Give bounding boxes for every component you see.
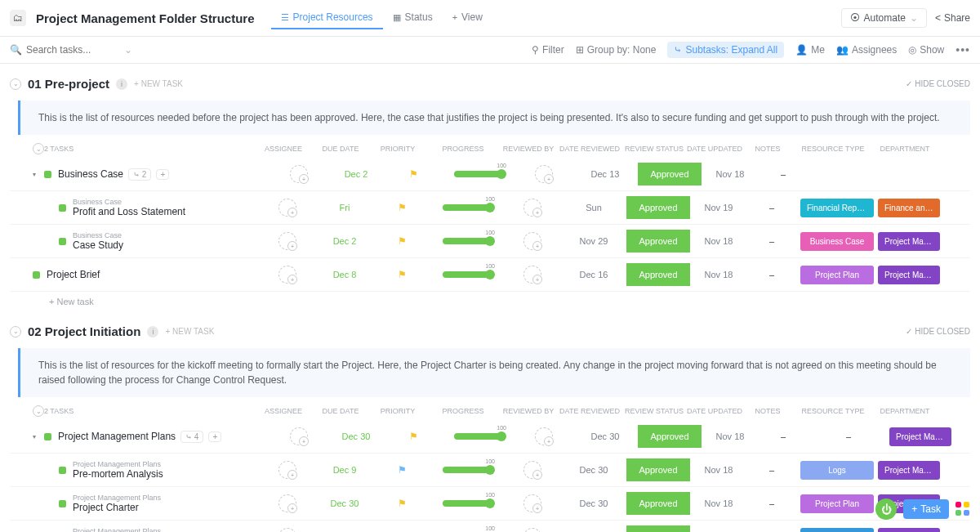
date-updated-cell[interactable]: Nov 19 (690, 203, 747, 212)
date-reviewed-cell[interactable]: Dec 16 (561, 270, 626, 279)
assignee-cell[interactable] (259, 461, 316, 479)
avatar-placeholder[interactable] (278, 232, 296, 250)
status-square[interactable] (59, 467, 66, 474)
date-updated-cell[interactable]: Nov 18 (690, 270, 747, 279)
avatar-placeholder[interactable] (278, 266, 296, 284)
review-status-cell[interactable]: Approved (626, 196, 690, 219)
progress-cell[interactable] (430, 271, 504, 278)
avatar-placeholder[interactable] (535, 427, 553, 445)
new-task-link[interactable]: + NEW TASK (165, 327, 214, 336)
department-cell[interactable]: Project Managem (889, 427, 951, 446)
hide-closed-button[interactable]: ✓ HIDE CLOSED (906, 79, 970, 88)
date-updated-cell[interactable]: Nov 18 (690, 498, 747, 508)
avatar-placeholder[interactable] (278, 199, 296, 217)
reviewed-by-cell[interactable] (515, 165, 572, 183)
notes-cell[interactable]: – (747, 465, 796, 475)
department-cell[interactable]: Project Managem (878, 266, 940, 284)
review-status-cell[interactable]: Approved (638, 425, 702, 448)
avatar-placeholder[interactable] (523, 266, 541, 284)
priority-cell[interactable]: ⚑ (385, 168, 442, 180)
search-input[interactable] (26, 42, 108, 58)
tab-add-view[interactable]: + View (443, 7, 492, 29)
avatar-placeholder[interactable] (278, 494, 296, 512)
status-square[interactable] (59, 500, 66, 507)
notes-cell[interactable]: – (747, 236, 796, 246)
fab-help-button[interactable]: ⏻ (875, 498, 897, 520)
task-name-cell[interactable]: Business Case Case Study (73, 231, 259, 251)
task-name-cell[interactable]: Business Case ⤷ 2+ (58, 168, 270, 181)
expander-icon[interactable]: ▾ (33, 433, 41, 440)
status-square[interactable] (59, 238, 66, 245)
info-icon[interactable]: i (116, 78, 127, 90)
due-date-cell[interactable]: Dec 30 (316, 498, 373, 508)
new-task-row[interactable]: + New task (10, 292, 970, 311)
avatar-placeholder[interactable] (535, 165, 553, 183)
hide-closed-button[interactable]: ✓ HIDE CLOSED (906, 327, 970, 336)
date-updated-cell[interactable]: Nov 18 (690, 465, 747, 475)
notes-cell[interactable]: – (759, 431, 808, 441)
task-row[interactable]: Business Case Case Study Dec 2 ⚑ Nov 29 … (10, 225, 970, 258)
notes-cell[interactable]: – (759, 169, 808, 179)
priority-cell[interactable]: ⚑ (373, 498, 430, 509)
task-row[interactable]: Project Management Plans Project Charter… (10, 487, 970, 521)
search-box[interactable]: 🔍 ⌄ (10, 42, 132, 58)
avatar-placeholder[interactable] (523, 232, 541, 250)
assignee-cell[interactable] (270, 427, 327, 445)
resource-type-cell[interactable]: Business Case (796, 232, 878, 251)
avatar-placeholder[interactable] (523, 199, 541, 217)
priority-cell[interactable]: ⚑ (385, 431, 442, 442)
share-button[interactable]: < Share (935, 12, 970, 24)
progress-cell[interactable] (430, 204, 504, 211)
fab-new-task-button[interactable]: + Task (903, 499, 949, 519)
status-square[interactable] (44, 171, 51, 178)
group-by-button[interactable]: ⊞ Group by: None (576, 44, 657, 56)
date-reviewed-cell[interactable]: Nov 29 (561, 236, 626, 246)
fab-apps-button[interactable] (956, 502, 970, 516)
filter-button[interactable]: ⚲ Filter (532, 44, 564, 56)
task-name-cell[interactable]: Project Management Plans Organization (73, 527, 259, 532)
assignee-cell[interactable] (259, 266, 316, 284)
add-subtask-button[interactable]: + (156, 169, 169, 180)
review-status-cell[interactable]: Approved (626, 263, 690, 286)
task-name-cell[interactable]: Project Brief (47, 269, 259, 280)
department-cell[interactable]: Project Managem (878, 232, 940, 251)
date-reviewed-cell[interactable]: Dec 30 (572, 431, 638, 441)
subtask-count[interactable]: ⤷ 4 (180, 431, 203, 443)
reviewed-by-cell[interactable] (504, 528, 561, 532)
task-name-cell[interactable]: Project Management Plans ⤷ 4+ (58, 431, 270, 443)
info-icon[interactable]: i (147, 326, 158, 338)
assignee-cell[interactable] (259, 528, 316, 532)
avatar-placeholder[interactable] (523, 461, 541, 479)
due-date-cell[interactable]: Dec 30 (327, 431, 385, 441)
caret-icon[interactable]: ⌄ (33, 405, 44, 417)
expander-icon[interactable]: ▾ (33, 171, 41, 178)
assignee-cell[interactable] (259, 232, 316, 250)
task-row[interactable]: Project Brief Dec 8 ⚑ Dec 16 Approved No… (10, 258, 970, 292)
tab-status[interactable]: ▦ Status (383, 7, 443, 29)
notes-cell[interactable]: – (747, 203, 796, 212)
priority-cell[interactable]: ⚑ (373, 235, 430, 247)
reviewed-by-cell[interactable] (504, 494, 561, 512)
assignee-cell[interactable] (259, 494, 316, 512)
progress-cell[interactable] (442, 433, 515, 440)
status-square[interactable] (44, 433, 51, 440)
avatar-placeholder[interactable] (523, 528, 541, 532)
progress-cell[interactable] (430, 467, 504, 473)
status-square[interactable] (59, 204, 66, 212)
due-date-cell[interactable]: Dec 2 (316, 236, 373, 246)
resource-type-cell[interactable]: Logs (796, 461, 878, 480)
resource-type-cell[interactable]: Financial Reports (796, 199, 878, 217)
reviewed-by-cell[interactable] (504, 199, 561, 217)
resource-type-cell[interactable]: Project Plan (796, 494, 878, 513)
caret-icon[interactable]: ⌄ (10, 326, 21, 338)
review-status-cell[interactable]: Approved (626, 525, 690, 532)
task-row[interactable]: Project Management Plans Organization De… (10, 521, 970, 532)
task-name-cell[interactable]: Project Management Plans Pre-mortem Anal… (73, 460, 259, 480)
due-date-cell[interactable]: Dec 2 (327, 169, 385, 179)
date-reviewed-cell[interactable]: Dec 30 (561, 465, 626, 475)
date-updated-cell[interactable]: Nov 18 (690, 236, 747, 246)
priority-cell[interactable]: ⚑ (373, 202, 430, 213)
due-date-cell[interactable]: Dec 9 (316, 465, 373, 475)
assignee-cell[interactable] (259, 199, 316, 217)
reviewed-by-cell[interactable] (504, 461, 561, 479)
